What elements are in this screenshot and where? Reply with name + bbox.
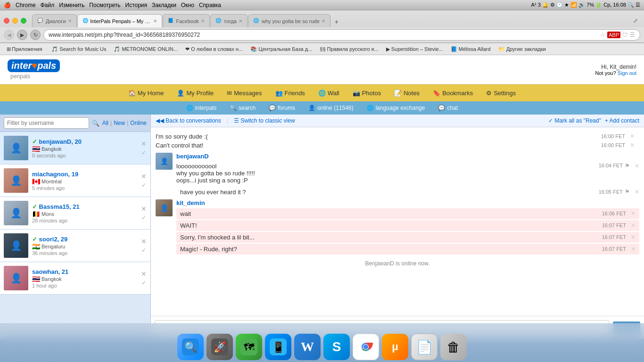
forward-btn[interactable]: ▶ <box>17 30 27 40</box>
tab-dialogues[interactable]: 💬 Диалоги ✕ <box>32 14 77 27</box>
subnav-online[interactable]: 👤 online (11546) <box>302 103 360 113</box>
messages-container[interactable]: I'm so sorry dude :( 16:00 FET ✕ Can't c… <box>151 127 644 316</box>
tab-facebook[interactable]: 📘 Facebook ✕ <box>163 14 210 27</box>
add-contact-btn[interactable]: + Add contact <box>605 117 639 124</box>
bookmark-rules[interactable]: §§ Правила русского я... <box>317 46 381 52</box>
bookmark-metronome[interactable]: 🎵 METRONOME ONLIN... <box>111 46 181 53</box>
delete-msg-btn[interactable]: ✕ <box>631 210 636 217</box>
filter-new[interactable]: New <box>114 120 125 126</box>
delete-msg-btn[interactable]: ✕ <box>635 163 639 169</box>
shield-icon[interactable]: 🛡 <box>622 32 628 38</box>
read-status-icon[interactable]: ✓ <box>141 182 146 189</box>
mark-read-btn[interactable]: ✓ Mark all as "Read" <box>548 117 601 124</box>
apple-menu[interactable]: 🍎 <box>4 2 11 8</box>
dock-word[interactable]: W <box>294 334 321 360</box>
maximize-btn[interactable] <box>21 18 26 24</box>
file-menu[interactable]: Файл <box>41 2 55 8</box>
window-menu[interactable]: Окно <box>181 2 194 8</box>
dock-appstore[interactable]: 📱 <box>265 334 291 360</box>
read-status-icon[interactable]: ✓ <box>141 280 146 286</box>
minimize-btn[interactable] <box>12 18 18 24</box>
nav-myhome[interactable]: 🏠 My Home <box>122 86 171 100</box>
back-btn[interactable]: ◀ <box>4 30 14 40</box>
dock-chrome[interactable] <box>353 334 379 360</box>
delete-msg-btn[interactable]: ✕ <box>631 246 636 252</box>
refresh-btn[interactable]: ↻ <box>30 30 41 40</box>
read-status-icon[interactable]: ✓ <box>141 247 146 254</box>
bookmark-superstition[interactable]: ▶ Superstition – Stevie... <box>383 46 446 53</box>
nav-messages[interactable]: ✉ Messages <box>220 86 268 100</box>
delete-msg-btn[interactable]: ✕ <box>630 133 635 140</box>
tab-close-btn[interactable]: ✕ <box>68 18 72 24</box>
dock-notes[interactable]: 📄 <box>411 334 438 360</box>
read-status-icon[interactable]: ✓ <box>141 214 146 221</box>
tab-close-btn[interactable]: ✕ <box>201 18 205 24</box>
dock-maps[interactable]: 🗺 <box>236 334 262 360</box>
subnav-chat[interactable]: 💬 chat <box>431 103 464 113</box>
help-menu[interactable]: Справка <box>199 2 221 8</box>
contact-item[interactable]: 👤 saowhan, 21 🇹🇭 Bangkok 1 hour ago ✕ ✓ <box>0 262 150 295</box>
tab-rude[interactable]: 🌐 why you gotta be so rude ✕ <box>248 14 330 27</box>
bookmarks-menu[interactable]: Закладки <box>152 2 176 8</box>
dock-finder[interactable]: 🔍 <box>177 334 204 360</box>
history-menu[interactable]: История <box>125 2 148 8</box>
contact-item[interactable]: 👤 ✓ Bassma15, 21 🇧🇪 Mons 28 minutes ago … <box>0 197 150 230</box>
nav-settings[interactable]: ⚙ Settings <box>479 86 522 100</box>
bookmark-other[interactable]: 📁 Другие закладки <box>495 46 549 53</box>
close-window-btn[interactable] <box>4 18 9 24</box>
tab-close-btn[interactable]: ✕ <box>239 18 242 24</box>
dock-torrent[interactable]: μ <box>382 334 408 360</box>
contact-item[interactable]: 👤 ✓ benjawanD, 20 🇹🇭 Bangkok 0 seconds a… <box>0 132 150 165</box>
close-contact-btn[interactable]: ✕ <box>141 270 147 278</box>
bookmark-melissa[interactable]: 📘 Mélissa Allard <box>448 46 494 53</box>
tab-close-btn[interactable]: ✕ <box>322 18 325 24</box>
subnav-langexchange[interactable]: 🌐 language exchange <box>360 103 432 113</box>
star-icon[interactable]: ☆ <box>600 32 605 38</box>
abp-icon[interactable]: ABP <box>607 32 620 38</box>
expand-btn[interactable]: ⤢ <box>631 16 640 25</box>
address-bar[interactable]: www.interpals.net/pm.php?thread_id=36656… <box>43 29 640 41</box>
close-contact-btn[interactable]: ✕ <box>141 140 147 148</box>
close-contact-btn[interactable]: ✕ <box>141 205 147 213</box>
nav-wall[interactable]: 🌐 Wall <box>312 86 346 100</box>
subnav-search[interactable]: 🔍 search <box>223 103 262 113</box>
contact-item[interactable]: 👤 miachagnon, 19 🇨🇦 Montréal 5 minutes a… <box>0 165 150 197</box>
new-tab-btn[interactable]: + <box>331 16 342 27</box>
bookmark-love[interactable]: ❤ О любви в словах н... <box>182 46 246 53</box>
dock-launchpad[interactable]: 🚀 <box>206 334 233 360</box>
menu-icon[interactable]: ☰ <box>630 32 635 38</box>
tab-interpals[interactable]: 🌐 InterPals Penpals – My con... ✕ <box>77 14 162 27</box>
read-status-icon[interactable]: ✓ <box>141 149 146 156</box>
tab-close-btn[interactable]: ✕ <box>153 18 157 24</box>
dock-trash[interactable]: 🗑 <box>440 334 467 360</box>
nav-photos[interactable]: 📷 Photos <box>346 86 388 100</box>
signout-link[interactable]: Sign out <box>618 70 636 76</box>
filter-input[interactable] <box>4 117 89 129</box>
close-contact-btn[interactable]: ✕ <box>141 238 147 245</box>
view-menu[interactable]: Посмотреть <box>89 2 120 8</box>
bookmark-central[interactable]: 📚 Центральная База д... <box>248 46 315 53</box>
browser-chrome: 💬 Диалоги ✕ 🌐 InterPals Penpals – My con… <box>0 10 644 43</box>
delete-msg-btn[interactable]: ✕ <box>635 189 639 195</box>
delete-msg-btn[interactable]: ✕ <box>630 142 635 148</box>
delete-msg-btn[interactable]: ✕ <box>631 234 636 240</box>
subnav-interpals[interactable]: 🌐 interpals <box>180 103 223 113</box>
filter-all[interactable]: All <box>102 120 108 126</box>
nav-bookmarks[interactable]: 🔖 Bookmarks <box>426 86 479 100</box>
delete-msg-btn[interactable]: ✕ <box>631 222 636 229</box>
close-contact-btn[interactable]: ✕ <box>141 173 147 180</box>
back-to-conversations-btn[interactable]: ◀◀ Back to conversations <box>156 117 221 124</box>
switch-classic-btn[interactable]: ☰ Switch to classic view <box>234 117 295 124</box>
contact-item[interactable]: 👤 ✓ soori2, 29 🇮🇳 Bengaluru 36 minutes a… <box>0 230 150 262</box>
bookmark-search-music[interactable]: 🎵 Search for Music Us <box>49 46 109 53</box>
nav-friends[interactable]: 👥 Friends <box>269 86 312 100</box>
nav-notes[interactable]: 📝 Notes <box>388 86 426 100</box>
chrome-menu[interactable]: Chrome <box>16 2 36 8</box>
dock-skype[interactable]: S <box>323 334 350 360</box>
filter-online[interactable]: Online <box>130 120 147 126</box>
tab-togda[interactable]: 🌐 тогда ✕ <box>210 14 248 27</box>
nav-myprofile[interactable]: 👤 My Profile <box>170 86 220 100</box>
edit-menu[interactable]: Изменить <box>59 2 84 8</box>
subnav-forums[interactable]: 💬 forums <box>262 103 302 113</box>
apps-bookmark[interactable]: ⊞ Приложения <box>4 46 45 53</box>
